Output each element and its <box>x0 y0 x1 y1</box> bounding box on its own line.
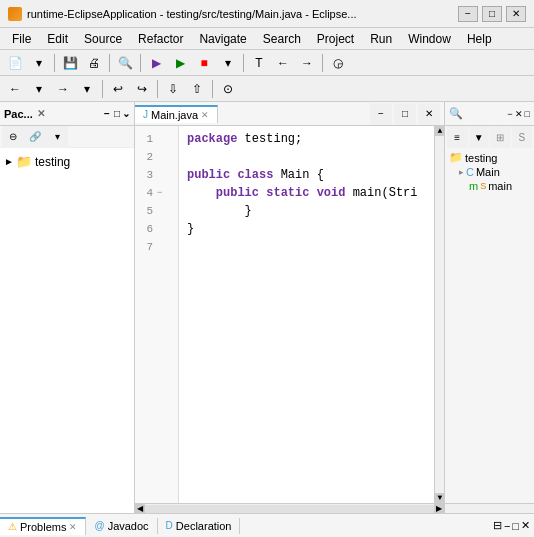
outline-expand[interactable]: ▸ <box>459 167 464 177</box>
gutter-row-6: 6 <box>135 220 178 238</box>
menu-project[interactable]: Project <box>309 30 362 48</box>
pkg-maxrestore[interactable]: ⌄ <box>122 108 130 119</box>
run-drop[interactable]: ▾ <box>217 52 239 74</box>
editor-tab-main[interactable]: J Main.java ✕ <box>135 105 218 123</box>
bottom-close[interactable]: ✕ <box>521 519 530 532</box>
save-button[interactable]: 💾 <box>59 52 81 74</box>
back-btn[interactable]: ← <box>4 78 26 100</box>
filter-icon[interactable]: ⊟ <box>493 519 502 532</box>
outline-filter[interactable]: ▼ <box>469 126 490 148</box>
outline-max[interactable]: □ <box>525 109 530 119</box>
maximize-button[interactable]: □ <box>482 6 502 22</box>
close-button[interactable]: ✕ <box>506 6 526 22</box>
fwd-btn[interactable]: → <box>52 78 74 100</box>
package-explorer-panel: Pac... ✕ − □ ⌄ ⊖ 🔗 ▾ ► 📁 testing <box>0 102 135 513</box>
outline-hide-fields[interactable]: ⊞ <box>490 126 511 148</box>
print-button[interactable]: 🖨 <box>83 52 105 74</box>
menu-refactor[interactable]: Refactor <box>130 30 191 48</box>
editor-minimize[interactable]: − <box>370 103 392 125</box>
line-num-4: 4 <box>135 184 157 202</box>
editor-hscroll[interactable]: ◀ ▶ <box>135 503 444 513</box>
pkg-close[interactable]: □ <box>114 108 120 119</box>
window-title: runtime-EclipseApplication - testing/src… <box>27 8 458 20</box>
sep4 <box>243 54 244 72</box>
pkg-menu[interactable]: ▾ <box>46 126 68 148</box>
tab-close-marker: ✕ <box>201 110 209 120</box>
outline-item-main-method[interactable]: m S main <box>467 179 532 193</box>
bottom-maximize[interactable]: □ <box>512 520 519 532</box>
new-button[interactable]: 📄 <box>4 52 26 74</box>
stop-button[interactable]: ■ <box>193 52 215 74</box>
code-line-6: } <box>187 220 426 238</box>
sep5 <box>322 54 323 72</box>
bottom-tab-javadoc[interactable]: @ Javadoc <box>86 518 157 534</box>
bottom-tab-declaration[interactable]: D Declaration <box>158 518 241 534</box>
debug-button[interactable]: ▶ <box>145 52 167 74</box>
bottom-tab-javadoc-label: Javadoc <box>108 520 149 532</box>
line-num-5: 5 <box>135 202 157 220</box>
gutter-row-1: 1 <box>135 130 178 148</box>
scroll-down[interactable]: ▼ <box>435 493 444 503</box>
menu-edit[interactable]: Edit <box>39 30 76 48</box>
outline-class-icon: C <box>466 166 474 178</box>
menu-window[interactable]: Window <box>400 30 459 48</box>
bottom-minimize[interactable]: − <box>504 520 510 532</box>
fold-3 <box>157 166 171 184</box>
redo-btn[interactable]: ↪ <box>131 78 153 100</box>
menu-search[interactable]: Search <box>255 30 309 48</box>
outline-hscroll[interactable] <box>445 503 534 513</box>
scroll-track[interactable] <box>435 136 444 493</box>
outline-sort[interactable]: ≡ <box>447 126 468 148</box>
tree-item-testing[interactable]: ► 📁 testing <box>0 152 134 171</box>
code-content[interactable]: package testing; public class Main { pub… <box>179 126 434 503</box>
package-tree: ► 📁 testing <box>0 148 134 513</box>
menu-file[interactable]: File <box>4 30 39 48</box>
outline-item-testing[interactable]: 📁 testing <box>447 150 532 165</box>
new-drop[interactable]: ▾ <box>28 52 50 74</box>
outline-tree: 📁 testing ▸ C Main m S main <box>445 148 534 503</box>
editor-tab-label: Main.java <box>151 109 198 121</box>
editor-maximize[interactable]: □ <box>394 103 416 125</box>
run-button[interactable]: ▶ <box>169 52 191 74</box>
tree-arrow: ► <box>4 156 14 167</box>
outline-hide-static[interactable]: S <box>512 126 533 148</box>
menu-run[interactable]: Run <box>362 30 400 48</box>
hscroll-right[interactable]: ▶ <box>434 504 444 514</box>
fold-7 <box>157 238 171 256</box>
gutter-row-3: 3 <box>135 166 178 184</box>
outline-minimize[interactable]: − <box>507 109 512 119</box>
problems-tab-close[interactable]: ✕ <box>69 522 77 532</box>
hscroll-left[interactable]: ◀ <box>135 504 145 514</box>
window-controls: − □ ✕ <box>458 6 526 22</box>
pkg-link[interactable]: 🔗 <box>24 126 46 148</box>
prev-edit[interactable]: ← <box>272 52 294 74</box>
menu-help[interactable]: Help <box>459 30 500 48</box>
next-edit[interactable]: → <box>296 52 318 74</box>
prev-annotation[interactable]: ⇧ <box>186 78 208 100</box>
back-drop[interactable]: ▾ <box>28 78 50 100</box>
outline-close[interactable]: ✕ <box>515 109 523 119</box>
outline-header: 🔍 − ✕ □ <box>445 102 534 126</box>
menu-source[interactable]: Source <box>76 30 130 48</box>
next-annotation[interactable]: ⇩ <box>162 78 184 100</box>
hscroll-track[interactable] <box>145 505 434 513</box>
bottom-panels: ⚠ Problems ✕ @ Javadoc D Declaration ⊟ −… <box>0 513 534 537</box>
bottom-tab-problems[interactable]: ⚠ Problems ✕ <box>0 517 86 535</box>
scroll-up[interactable]: ▲ <box>435 126 444 136</box>
open-type[interactable]: T <box>248 52 270 74</box>
last-edit[interactable]: ⊙ <box>217 78 239 100</box>
editor-close[interactable]: ✕ <box>418 103 440 125</box>
search-button[interactable]: 🔍 <box>114 52 136 74</box>
fwd-drop[interactable]: ▾ <box>76 78 98 100</box>
fold-4[interactable]: − <box>157 184 171 202</box>
pkg-collapse[interactable]: ⊖ <box>2 126 24 148</box>
menu-navigate[interactable]: Navigate <box>191 30 254 48</box>
minimize-button[interactable]: − <box>458 6 478 22</box>
perspective-btn[interactable]: ◶ <box>327 52 349 74</box>
outline-item-main[interactable]: ▸ C Main <box>457 165 532 179</box>
code-editor[interactable]: 1 2 3 4 − 5 <box>135 126 444 503</box>
editor-vscroll[interactable]: ▲ ▼ <box>434 126 444 503</box>
pkg-minimize[interactable]: − <box>104 108 110 119</box>
undo-btn[interactable]: ↩ <box>107 78 129 100</box>
line-num-1: 1 <box>135 130 157 148</box>
